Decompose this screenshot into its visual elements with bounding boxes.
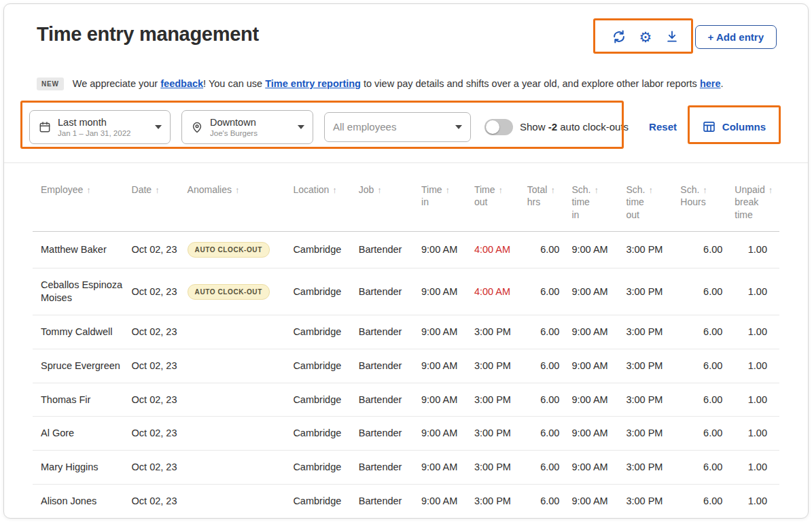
banner-segment: . [721, 78, 724, 89]
cell-time_in: 9:00 AM [421, 451, 474, 485]
cell-sch_time_in: 9:00 AM [571, 232, 626, 268]
column-header-employee[interactable]: Employee↑ [33, 163, 132, 232]
table-row[interactable]: Alison JonesOct 02, 23CambridgeBartender… [33, 485, 779, 519]
cell-time_out: 3:00 PM [474, 417, 527, 451]
download-icon [665, 30, 679, 44]
column-header-location[interactable]: Location↑ [293, 163, 358, 232]
column-header-date[interactable]: Date↑ [132, 163, 188, 232]
cell-time_out: 4:00 AM [474, 232, 527, 268]
cell-job: Bartender [359, 485, 421, 519]
time-entry-reporting-link[interactable]: Time entry reporting [265, 78, 361, 89]
column-header-anomaly[interactable]: Anomalies↑ [188, 163, 294, 232]
add-entry-button[interactable]: + Add entry [695, 25, 777, 49]
table-row[interactable]: Mary HigginsOct 02, 23CambridgeBartender… [33, 451, 779, 485]
time-entries-table: Employee↑Date↑Anomalies↑Location↑Job↑Tim… [33, 163, 779, 519]
cell-location: Cambridge [293, 417, 358, 451]
cell-time_in: 9:00 AM [421, 315, 474, 349]
column-header-time_in[interactable]: Time↑in [421, 163, 474, 232]
sort-ascending-icon: ↑ [155, 186, 159, 195]
cell-anomaly [188, 451, 294, 485]
cell-time_in: 9:00 AM [421, 268, 474, 315]
table-row[interactable]: Ceballos Espinoza MoisesOct 02, 23AUTO C… [33, 268, 779, 315]
date-range-dropdown[interactable]: Last month Jan 1 – Jan 31, 2022 [29, 110, 171, 144]
cell-sch_time_out: 3:00 PM [626, 383, 680, 417]
cell-sch_time_out: 3:00 PM [626, 485, 680, 519]
toggle-knob [486, 120, 499, 134]
table-body: Matthew BakerOct 02, 23AUTO CLOCK-OUTCam… [33, 232, 779, 519]
location-dropdown[interactable]: Downtown Joe's Burgers [181, 110, 313, 144]
auto-clockout-toggle[interactable] [484, 119, 513, 135]
new-badge: NEW [37, 77, 64, 90]
cell-sch_time_in: 9:00 AM [571, 349, 626, 383]
employees-dropdown[interactable]: All employees [324, 112, 471, 142]
cell-total_hrs: 6.00 [527, 349, 572, 383]
cell-anomaly [188, 315, 294, 349]
columns-button[interactable]: Columns [702, 120, 766, 134]
sort-ascending-icon: ↑ [235, 186, 239, 195]
table-row[interactable]: Tommy CaldwellOct 02, 23CambridgeBartend… [33, 315, 779, 349]
cell-sch_time_in: 9:00 AM [571, 417, 626, 451]
cell-date: Oct 02, 23 [132, 417, 188, 451]
sort-ascending-icon: ↑ [499, 186, 503, 195]
column-header-unpaid_break[interactable]: Unpaid↑breaktime [735, 163, 779, 232]
feedback-link[interactable]: feedback [160, 78, 203, 89]
cell-employee: Matthew Baker [33, 232, 132, 268]
cell-anomaly: AUTO CLOCK-OUT [188, 268, 294, 315]
cell-job: Bartender [359, 315, 421, 349]
cell-unpaid_break: 1.00 [735, 383, 779, 417]
sort-ascending-icon: ↑ [550, 186, 554, 195]
cell-time_out: 3:00 PM [474, 485, 527, 519]
cell-time_out: 3:00 PM [474, 451, 527, 485]
location-pin-icon [190, 120, 204, 134]
auto-clock-out-badge: AUTO CLOCK-OUT [188, 242, 270, 258]
time-entries-table-container: Employee↑Date↑Anomalies↑Location↑Job↑Tim… [33, 163, 779, 519]
cell-anomaly [188, 485, 294, 519]
sort-ascending-icon: ↑ [703, 186, 707, 195]
download-button[interactable] [664, 29, 680, 45]
cell-employee: Spruce Evergreen [33, 349, 132, 383]
cell-unpaid_break: 1.00 [735, 232, 779, 268]
cell-total_hrs: 6.00 [527, 315, 572, 349]
table-row[interactable]: Thomas FirOct 02, 23CambridgeBartender9:… [33, 383, 779, 417]
column-header-sch_time_out[interactable]: Sch.↑timeout [626, 163, 680, 232]
cell-location: Cambridge [293, 451, 358, 485]
settings-button[interactable]: ⚙ [637, 29, 654, 45]
reset-button[interactable]: Reset [649, 121, 677, 133]
cell-time_out: 3:00 PM [474, 349, 527, 383]
cell-date: Oct 02, 23 [132, 485, 188, 519]
banner-segment: to view pay details and shifts over a ye… [361, 78, 700, 89]
cell-sch_hours: 6.00 [680, 349, 735, 383]
column-header-job[interactable]: Job↑ [359, 163, 421, 232]
column-header-total_hrs[interactable]: Total↑hrs [527, 163, 572, 232]
column-header-sch_time_in[interactable]: Sch.↑timein [571, 163, 626, 232]
cell-employee: Thomas Fir [33, 383, 132, 417]
table-row[interactable]: Spruce EvergreenOct 02, 23CambridgeBarte… [33, 349, 779, 383]
refresh-icon [612, 29, 626, 44]
sort-ascending-icon: ↑ [86, 186, 90, 195]
cell-sch_time_out: 3:00 PM [626, 268, 680, 315]
cell-employee: Mary Higgins [33, 451, 132, 485]
cell-total_hrs: 6.00 [527, 485, 572, 519]
table-row[interactable]: Matthew BakerOct 02, 23AUTO CLOCK-OUTCam… [33, 232, 779, 268]
cell-time_in: 9:00 AM [421, 232, 474, 268]
cell-date: Oct 02, 23 [132, 383, 188, 417]
cell-sch_time_in: 9:00 AM [571, 268, 626, 315]
column-header-time_out[interactable]: Time↑out [474, 163, 527, 232]
here-link[interactable]: here [700, 78, 721, 89]
cell-time_out: 3:00 PM [474, 383, 527, 417]
cell-date: Oct 02, 23 [132, 268, 188, 315]
time-entry-management-page: Time entry management ⚙ [3, 3, 809, 519]
cell-unpaid_break: 1.00 [735, 349, 779, 383]
column-header-sch_hours[interactable]: Sch.↑Hours [680, 163, 735, 232]
cell-unpaid_break: 1.00 [735, 485, 779, 519]
location-sublabel: Joe's Burgers [210, 129, 292, 137]
calendar-icon [38, 120, 52, 134]
cell-unpaid_break: 1.00 [735, 451, 779, 485]
cell-sch_time_in: 9:00 AM [571, 383, 626, 417]
cell-sch_time_out: 3:00 PM [626, 451, 680, 485]
cell-anomaly [188, 417, 294, 451]
table-row[interactable]: Al GoreOct 02, 23CambridgeBartender9:00 … [33, 417, 779, 451]
refresh-button[interactable] [611, 29, 627, 45]
banner-text: We appreciate your feedback! You can use… [73, 77, 724, 91]
cell-location: Cambridge [293, 268, 358, 315]
